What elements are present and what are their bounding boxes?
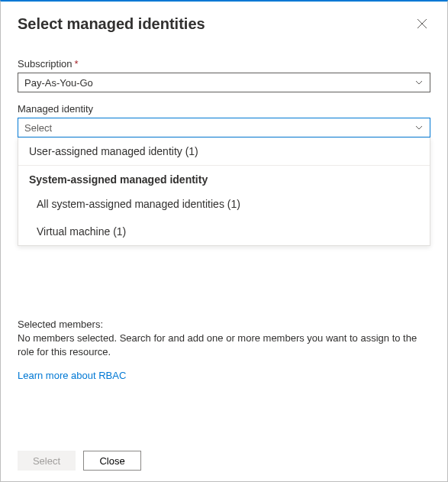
close-icon[interactable] [414, 15, 430, 34]
subscription-field: Subscription* Pay-As-You-Go [18, 58, 430, 92]
subscription-value: Pay-As-You-Go [24, 77, 93, 89]
chevron-down-icon [414, 123, 424, 132]
subscription-label: Subscription* [18, 58, 430, 70]
dropdown-option-all-system[interactable]: All system-assigned managed identities (… [18, 190, 430, 218]
managed-identity-select[interactable]: Select [18, 118, 430, 137]
dropdown-group-header-system: System-assigned managed identity [18, 165, 430, 190]
managed-identity-placeholder: Select [24, 122, 52, 134]
panel-footer: Select Close [1, 440, 447, 481]
close-button[interactable]: Close [83, 451, 141, 471]
subscription-select[interactable]: Pay-As-You-Go [18, 73, 430, 92]
dropdown-option-vm[interactable]: Virtual machine (1) [18, 218, 430, 245]
managed-identity-field: Managed identity Select User-assigned ma… [18, 103, 430, 137]
dropdown-option-user-assigned[interactable]: User-assigned managed identity (1) [18, 137, 430, 165]
panel-title: Select managed identities [18, 15, 205, 33]
selected-members-label: Selected members: [18, 319, 430, 330]
subscription-label-text: Subscription [18, 58, 73, 70]
selected-members-message: No members selected. Search for and add … [18, 332, 430, 359]
managed-identity-dropdown: User-assigned managed identity (1) Syste… [18, 137, 430, 246]
learn-more-link[interactable]: Learn more about RBAC [18, 370, 126, 381]
panel-body: Subscription* Pay-As-You-Go Managed iden… [1, 37, 447, 137]
select-button: Select [18, 451, 76, 471]
chevron-down-icon [414, 78, 424, 87]
selected-members-section: Selected members: No members selected. S… [18, 319, 430, 381]
managed-identity-label: Managed identity [18, 103, 430, 115]
required-marker: * [75, 58, 79, 70]
panel-header: Select managed identities [1, 2, 447, 37]
